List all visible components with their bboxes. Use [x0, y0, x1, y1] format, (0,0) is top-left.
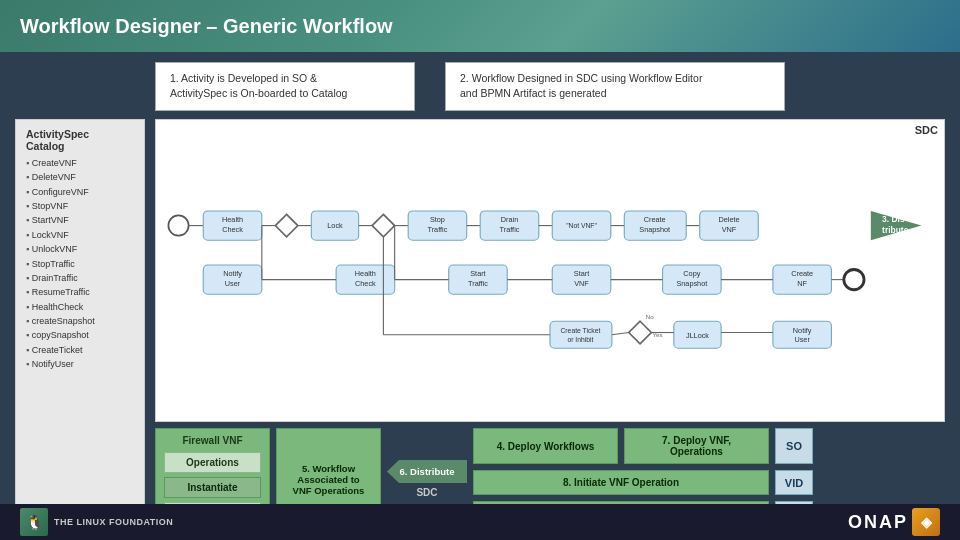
svg-text:Create: Create	[791, 269, 813, 278]
svg-text:"Not VNF": "Not VNF"	[566, 222, 597, 229]
svg-text:NF: NF	[797, 279, 807, 288]
onap-logo: ONAP ◈	[848, 508, 940, 536]
svg-point-50	[844, 269, 864, 289]
list-item: CreateVNF	[26, 156, 134, 170]
svg-text:Check: Check	[222, 225, 243, 234]
step2-box: 2. Workflow Designed in SDC using Workfl…	[445, 62, 785, 111]
svg-text:Check: Check	[355, 279, 376, 288]
sdc-bottom-label: SDC	[387, 487, 467, 498]
svg-text:User: User	[225, 279, 241, 288]
header: Workflow Designer – Generic Workflow	[0, 0, 960, 52]
list-item: copySnapshot	[26, 328, 134, 342]
svg-text:Drain: Drain	[501, 215, 518, 224]
page-title: Workflow Designer – Generic Workflow	[20, 15, 393, 38]
lf-icon: 🐧	[20, 508, 48, 536]
deploy-row: 4. Deploy Workflows 7. Deploy VNF, Opera…	[473, 428, 813, 464]
top-steps: 1. Activity is Developed in SO &Activity…	[15, 62, 945, 111]
activity-spec-title: ActivitySpec Catalog	[26, 128, 134, 152]
middle-section: ActivitySpec Catalog CreateVNF DeleteVNF…	[15, 119, 945, 530]
bpmn-svg: Health Check Lock Stop Traff	[156, 120, 944, 421]
initiate-row: 8. Initiate VNF Operation VID	[473, 470, 813, 495]
svg-text:Notify: Notify	[223, 269, 242, 278]
distribute-6-label: 6. Distribute	[387, 460, 467, 483]
list-item: ConfigureVNF	[26, 185, 134, 199]
onap-cube: ◈	[912, 508, 940, 536]
instantiate-button[interactable]: Instantiate	[164, 477, 261, 498]
list-item: DrainTraffic	[26, 271, 134, 285]
svg-text:Start: Start	[574, 269, 589, 278]
list-item: NotifyUser	[26, 357, 134, 371]
svg-text:Copy: Copy	[683, 269, 700, 278]
svg-text:Create: Create	[644, 215, 666, 224]
svg-text:Snapshot: Snapshot	[676, 279, 707, 288]
svg-text:Notify: Notify	[793, 325, 812, 334]
svg-text:Traffic: Traffic	[500, 225, 520, 234]
svg-marker-54	[629, 321, 652, 344]
list-item: HealthCheck	[26, 300, 134, 314]
list-item: StopVNF	[26, 199, 134, 213]
firewall-vnf-title: Firewall VNF	[164, 435, 261, 446]
svg-text:VNF: VNF	[574, 279, 589, 288]
svg-text:or Inhibit: or Inhibit	[567, 335, 593, 342]
list-item: DeleteVNF	[26, 170, 134, 184]
linux-foundation-logo: 🐧 THE LINUX FOUNDATION	[20, 508, 173, 536]
operations-button[interactable]: Operations	[164, 452, 261, 473]
initiate-vnf-box: 8. Initiate VNF Operation	[473, 470, 769, 495]
activity-spec-panel: ActivitySpec Catalog CreateVNF DeleteVNF…	[15, 119, 145, 530]
svg-text:Start: Start	[470, 269, 485, 278]
list-item: LockVNF	[26, 228, 134, 242]
workflow-assoc-text: 5. WorkflowAssociated toVNF Operations	[293, 463, 365, 496]
svg-point-0	[168, 215, 188, 235]
list-item: StartVNF	[26, 213, 134, 227]
main-content: 1. Activity is Developed in SO &Activity…	[0, 52, 960, 540]
list-item: StopTraffic	[26, 257, 134, 271]
svg-text:Stop: Stop	[430, 215, 445, 224]
svg-text:Delete: Delete	[718, 215, 739, 224]
svg-text:Create Ticket: Create Ticket	[561, 326, 601, 333]
list-item: createSnapshot	[26, 314, 134, 328]
deploy-workflows-box: 4. Deploy Workflows	[473, 428, 618, 464]
sdc-label: SDC	[915, 124, 938, 136]
footer: 🐧 THE LINUX FOUNDATION ONAP ◈	[0, 504, 960, 540]
svg-marker-11	[372, 214, 395, 237]
list-item: UnlockVNF	[26, 242, 134, 256]
svg-text:Traffic: Traffic	[427, 225, 447, 234]
vid-badge: VID	[775, 470, 813, 495]
svg-text:3. Dis-: 3. Dis-	[882, 214, 908, 224]
svg-text:JLLock: JLLock	[686, 331, 709, 340]
list-item: ResumeTraffic	[26, 285, 134, 299]
onap-text: ONAP	[848, 512, 908, 533]
step1-box: 1. Activity is Developed in SO &Activity…	[155, 62, 415, 111]
step2-text: 2. Workflow Designed in SDC using Workfl…	[460, 72, 702, 99]
svg-marker-6	[275, 214, 298, 237]
list-item: CreateTicket	[26, 343, 134, 357]
svg-line-71	[612, 332, 629, 334]
linux-foundation-text: THE LINUX FOUNDATION	[54, 517, 173, 527]
svg-text:Lock: Lock	[327, 221, 343, 230]
svg-text:Health: Health	[355, 269, 376, 278]
activity-spec-list: CreateVNF DeleteVNF ConfigureVNF StopVNF…	[26, 156, 134, 372]
svg-text:No: No	[646, 313, 654, 320]
step1-text: 1. Activity is Developed in SO &Activity…	[170, 72, 347, 99]
svg-text:tribute: tribute	[882, 225, 909, 235]
so-badge: SO	[775, 428, 813, 464]
svg-text:User: User	[794, 334, 810, 343]
svg-text:VNF: VNF	[722, 225, 737, 234]
deploy-vnf-ops-box: 7. Deploy VNF, Operations	[624, 428, 769, 464]
bpmn-diagram: SDC Health Check Lo	[155, 119, 945, 422]
svg-text:Health: Health	[222, 215, 243, 224]
svg-text:Traffic: Traffic	[468, 279, 488, 288]
svg-text:Snapshot: Snapshot	[639, 225, 670, 234]
